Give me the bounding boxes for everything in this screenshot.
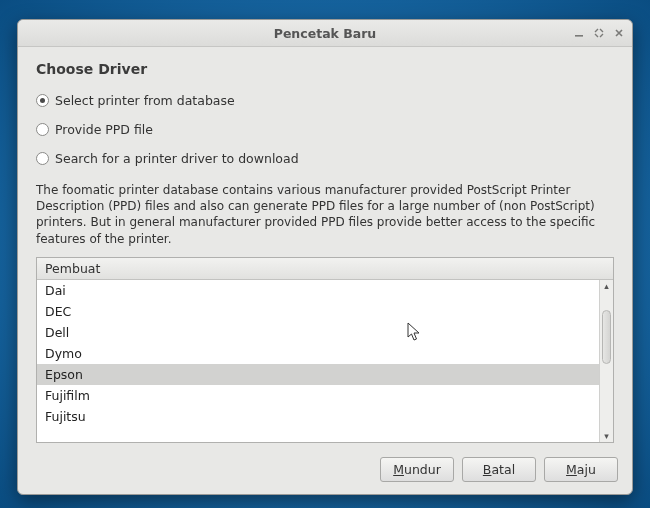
radio-label: Select printer from database (55, 93, 235, 108)
radio-select-from-database[interactable]: Select printer from database (36, 93, 614, 108)
list-items-container[interactable]: DaiDECDellDymoEpsonFujifilmFujitsu (37, 280, 599, 442)
list-item[interactable]: Dymo (37, 343, 599, 364)
list-item[interactable]: DEC (37, 301, 599, 322)
radio-provide-ppd[interactable]: Provide PPD file (36, 122, 614, 137)
description-text: The foomatic printer database contains v… (36, 182, 614, 247)
maximize-icon[interactable] (590, 24, 608, 42)
list-item[interactable]: Fujifilm (37, 385, 599, 406)
scrollbar[interactable]: ▴ ▾ (599, 280, 613, 442)
svg-rect-0 (575, 35, 583, 37)
close-icon[interactable] (610, 24, 628, 42)
list-body: DaiDECDellDymoEpsonFujifilmFujitsu ▴ ▾ (37, 280, 613, 442)
radio-icon (36, 123, 49, 136)
radio-label: Search for a printer driver to download (55, 151, 299, 166)
radio-label: Provide PPD file (55, 122, 153, 137)
column-header[interactable]: Pembuat (37, 258, 613, 280)
scroll-down-icon[interactable]: ▾ (600, 429, 613, 442)
list-item[interactable] (37, 427, 599, 439)
radio-icon (36, 94, 49, 107)
manufacturer-list: Pembuat DaiDECDellDymoEpsonFujifilmFujit… (36, 257, 614, 443)
scroll-up-icon[interactable]: ▴ (600, 280, 613, 293)
scroll-thumb[interactable] (602, 310, 611, 364)
titlebar: Pencetak Baru (18, 20, 632, 47)
minimize-icon[interactable] (570, 24, 588, 42)
back-button[interactable]: Mundur (380, 457, 454, 482)
window-title: Pencetak Baru (18, 26, 632, 41)
window-controls (570, 20, 628, 46)
list-item[interactable]: Fujitsu (37, 406, 599, 427)
cancel-button[interactable]: Batal (462, 457, 536, 482)
list-item[interactable]: Epson (37, 364, 599, 385)
radio-icon (36, 152, 49, 165)
radio-search-download[interactable]: Search for a printer driver to download (36, 151, 614, 166)
forward-button[interactable]: Maju (544, 457, 618, 482)
list-item[interactable]: Dell (37, 322, 599, 343)
button-bar: Mundur Batal Maju (18, 447, 632, 494)
list-item[interactable]: Dai (37, 280, 599, 301)
dialog-content: Choose Driver Select printer from databa… (18, 47, 632, 447)
page-heading: Choose Driver (36, 61, 614, 77)
dialog-window: Pencetak Baru Choose Driver Select print… (17, 19, 633, 495)
